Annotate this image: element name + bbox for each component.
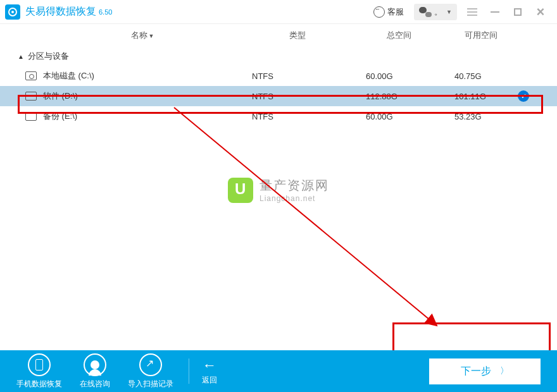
- minimize-icon: [491, 11, 499, 13]
- table-header: 名称▼ 类型 总空间 可用空间: [0, 24, 557, 47]
- online-label: 在线咨询: [80, 379, 110, 389]
- column-name[interactable]: 名称▼: [13, 30, 241, 41]
- next-label: 下一步: [461, 365, 491, 378]
- kefu-label: 客服: [387, 6, 404, 18]
- menu-icon: [467, 8, 477, 16]
- sort-icon: ▼: [149, 33, 154, 39]
- drive-name: 本地磁盘 (C:\): [43, 70, 252, 82]
- drive-total: 60.00G: [366, 71, 454, 81]
- import-icon: [139, 353, 162, 376]
- chat-icon: [373, 6, 385, 18]
- phone-icon: [28, 353, 51, 376]
- minimize-button[interactable]: [484, 3, 506, 21]
- drive-available: 53.23G: [454, 112, 518, 121]
- wechat-dot: 。: [434, 6, 442, 18]
- column-total[interactable]: 总空间: [354, 30, 443, 41]
- drive-available: 101.11G: [454, 92, 518, 101]
- drive-total: 60.00G: [366, 112, 454, 121]
- annotation-arrow: [171, 104, 449, 338]
- back-button[interactable]: ← 返回: [202, 357, 217, 386]
- maximize-icon: [514, 8, 522, 16]
- watermark-title: 量产资源网: [260, 177, 329, 194]
- drive-row-c[interactable]: 本地磁盘 (C:\) NTFS 60.00G 40.75G: [0, 66, 557, 86]
- wechat-dropdown[interactable]: 。 ▼: [414, 4, 457, 20]
- maximize-button[interactable]: [506, 3, 529, 21]
- user-icon: [84, 353, 106, 376]
- divider: [189, 358, 189, 384]
- drive-name: 备份 (E:\): [43, 111, 252, 122]
- section-partitions[interactable]: ▲ 分区与设备: [0, 47, 557, 66]
- disk-icon: [25, 71, 37, 80]
- menu-button[interactable]: [461, 3, 484, 21]
- footer: 手机数据恢复 在线咨询 导入扫描记录 ← 返回 下一步 〉: [0, 350, 557, 392]
- titlebar: 失易得数据恢复 6.50 客服 。 ▼ ×: [0, 0, 557, 24]
- drive-total: 112.88G: [366, 92, 454, 101]
- online-consult-button[interactable]: 在线咨询: [80, 353, 110, 389]
- back-arrow-icon: ←: [203, 357, 216, 374]
- watermark: 量产资源网 Liangchan.net: [228, 177, 329, 203]
- drive-row-e[interactable]: 备份 (E:\) NTFS 60.00G 53.23G: [0, 106, 557, 126]
- drive-name: 软件 (D:\): [43, 90, 252, 102]
- close-icon: ×: [537, 4, 545, 20]
- chevron-right-icon: 〉: [500, 365, 509, 377]
- column-type[interactable]: 类型: [241, 30, 354, 41]
- drive-icon: [25, 112, 37, 121]
- column-available[interactable]: 可用空间: [443, 30, 519, 41]
- chevron-down-icon: ▼: [446, 9, 452, 15]
- back-label: 返回: [202, 375, 217, 386]
- import-label: 导入扫描记录: [128, 379, 173, 389]
- drive-type: NTFS: [252, 112, 366, 121]
- app-title: 失易得数据恢复: [25, 5, 96, 18]
- next-button[interactable]: 下一步 〉: [429, 358, 541, 384]
- drive-available: 40.75G: [454, 71, 518, 81]
- check-icon: ✓: [518, 90, 529, 102]
- watermark-logo: [228, 178, 253, 203]
- phone-recovery-button[interactable]: 手机数据恢复: [16, 353, 62, 389]
- close-button[interactable]: ×: [529, 3, 552, 21]
- drive-type: NTFS: [252, 71, 366, 81]
- watermark-sub: Liangchan.net: [260, 194, 329, 203]
- phone-label: 手机数据恢复: [16, 379, 62, 389]
- drive-type: NTFS: [252, 92, 366, 101]
- drive-icon: [25, 92, 37, 101]
- customer-service-button[interactable]: 客服: [367, 6, 410, 18]
- wechat-icon: [419, 7, 432, 17]
- svg-line-0: [174, 107, 437, 326]
- drive-row-d[interactable]: 软件 (D:\) NTFS 112.88G 101.11G ✓: [0, 86, 557, 106]
- app-logo: [5, 4, 20, 20]
- expand-icon: ▲: [18, 53, 24, 60]
- app-version: 6.50: [99, 8, 112, 16]
- import-scan-button[interactable]: 导入扫描记录: [128, 353, 173, 389]
- section-label: 分区与设备: [28, 51, 69, 62]
